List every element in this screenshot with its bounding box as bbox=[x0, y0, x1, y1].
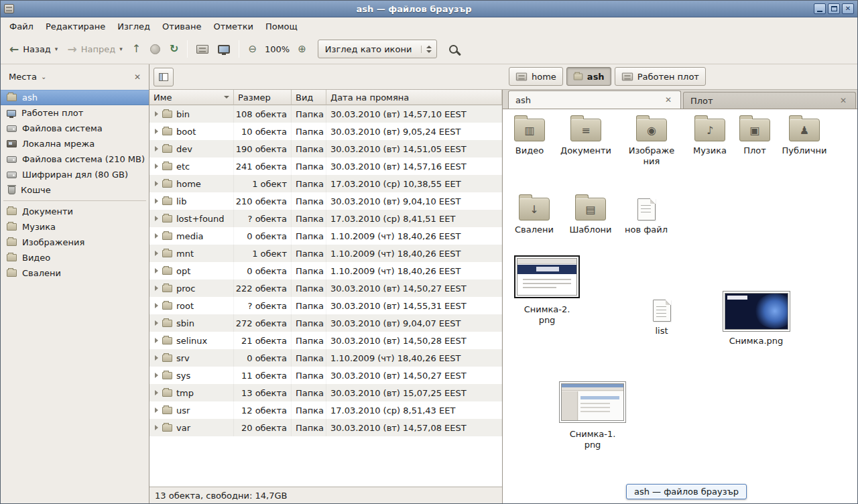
sidebar-close-button[interactable]: ✕ bbox=[131, 71, 144, 83]
expander-icon[interactable] bbox=[155, 320, 158, 326]
expander-icon[interactable] bbox=[155, 181, 158, 186]
sidebar-item-music[interactable]: Музика bbox=[1, 219, 149, 235]
table-row[interactable]: boot 10 обекта Папка 30.03.2010 (вт) 9,0… bbox=[149, 123, 502, 140]
breadcrumb-home[interactable]: home bbox=[509, 67, 563, 86]
back-history-dropdown-icon[interactable]: ▾ bbox=[55, 46, 58, 52]
table-row[interactable]: usr 12 обекта Папка 17.03.2010 (ср) 8,51… bbox=[149, 401, 502, 419]
column-header-name[interactable]: Име bbox=[149, 90, 234, 105]
menu-help[interactable]: Помощ bbox=[259, 19, 304, 34]
pane-toggle-button[interactable] bbox=[154, 68, 174, 86]
expander-icon[interactable] bbox=[155, 251, 158, 256]
expander-icon[interactable] bbox=[155, 407, 158, 413]
tab-ash[interactable]: ash ✕ bbox=[508, 90, 681, 109]
location-bar: home ash Работен плот bbox=[149, 64, 857, 89]
close-button[interactable]: ✕ bbox=[842, 3, 854, 14]
column-header-date[interactable]: Дата на промяна bbox=[326, 90, 502, 105]
expander-icon[interactable] bbox=[155, 268, 158, 273]
titlebar[interactable]: ash — файлов браузър ✕ bbox=[1, 1, 857, 17]
expander-icon[interactable] bbox=[155, 146, 158, 151]
sidebar-item-ash[interactable]: ash bbox=[1, 90, 149, 105]
table-row[interactable]: mnt 1 обект Папка 1.10.2009 (чт) 18,40,2… bbox=[149, 245, 502, 262]
icon-view[interactable]: ▥ Видео ≡ Документи ◉ Изображения ♪ bbox=[503, 109, 857, 503]
search-button[interactable] bbox=[445, 41, 462, 58]
sidebar-item-pictures[interactable]: Изображения bbox=[1, 235, 149, 250]
icon-item-snimka[interactable]: Снимка.png bbox=[717, 291, 795, 346]
icon-item-new-file[interactable]: нов файл bbox=[616, 198, 676, 235]
back-button[interactable]: ← Назад ▾ bbox=[5, 38, 62, 60]
sidebar-item-documents[interactable]: Документи bbox=[1, 204, 149, 219]
expander-icon[interactable] bbox=[155, 233, 158, 239]
table-row[interactable]: var 20 обекта Папка 30.03.2010 (вт) 14,5… bbox=[149, 419, 502, 436]
table-row[interactable]: media 0 обекта Папка 1.10.2009 (чт) 18,4… bbox=[149, 227, 502, 245]
table-row[interactable]: dev 190 обекта Папка 30.03.2010 (вт) 14,… bbox=[149, 140, 502, 158]
expander-icon[interactable] bbox=[155, 338, 158, 343]
expander-icon[interactable] bbox=[155, 129, 158, 134]
sidebar-item-desktop[interactable]: Работен плот bbox=[1, 105, 149, 121]
sidebar-item-filesystem[interactable]: Файлова система bbox=[1, 121, 149, 136]
icon-item-video[interactable]: ▥ Видео bbox=[503, 119, 560, 156]
icon-item-snimka-2[interactable]: Снимка-2.png bbox=[512, 255, 582, 325]
icon-item-list[interactable]: list bbox=[631, 300, 692, 336]
up-button[interactable]: ↑ bbox=[127, 38, 145, 60]
expander-icon[interactable] bbox=[155, 286, 158, 291]
icon-item-snimka-1[interactable]: Снимка-1.png bbox=[554, 381, 631, 450]
expander-icon[interactable] bbox=[155, 373, 158, 378]
table-row[interactable]: sys 11 обекта Папка 30.03.2010 (вт) 14,5… bbox=[149, 367, 502, 384]
minimize-button[interactable] bbox=[814, 3, 826, 14]
forward-button[interactable]: → Напред ▾ bbox=[62, 38, 127, 60]
home-button[interactable] bbox=[192, 38, 213, 60]
table-row[interactable]: selinux 21 обекта Папка 30.03.2010 (вт) … bbox=[149, 332, 502, 349]
menu-bookmarks[interactable]: Отметки bbox=[207, 19, 259, 34]
stop-button[interactable] bbox=[145, 38, 165, 60]
sidebar-item-local-network[interactable]: Локална мрежа bbox=[1, 136, 149, 151]
sidebar-mode-select[interactable]: Места ⌄ bbox=[5, 70, 50, 84]
icon-item-pictures[interactable]: ◉ Изображения bbox=[621, 119, 682, 166]
icon-item-downloads[interactable]: ↓ Свалени bbox=[504, 198, 564, 235]
breadcrumb-desktop[interactable]: Работен плот bbox=[615, 67, 706, 86]
icon-item-public[interactable]: ♟ Публични bbox=[774, 119, 835, 156]
sidebar-item-downloads[interactable]: Свалени bbox=[1, 265, 149, 281]
expander-icon[interactable] bbox=[155, 355, 158, 361]
table-row[interactable]: home 1 обект Папка 17.03.2010 (ср) 10,38… bbox=[149, 175, 502, 192]
computer-button[interactable] bbox=[213, 38, 235, 60]
tab-close-icon[interactable]: ✕ bbox=[663, 95, 674, 105]
expander-icon[interactable] bbox=[155, 164, 158, 169]
sidebar-item-video[interactable]: Видео bbox=[1, 250, 149, 265]
table-row[interactable]: lost+found ? обекта Папка 17.03.2010 (ср… bbox=[149, 210, 502, 227]
menu-view[interactable]: Изглед bbox=[111, 19, 156, 34]
table-row[interactable]: proc 222 обекта Папка 30.03.2010 (вт) 14… bbox=[149, 279, 502, 297]
table-row[interactable]: bin 108 обекта Папка 30.03.2010 (вт) 14,… bbox=[149, 105, 502, 123]
table-row[interactable]: sbin 272 обекта Папка 30.03.2010 (вт) 9,… bbox=[149, 314, 502, 332]
table-row[interactable]: tmp 13 обекта Папка 30.03.2010 (вт) 15,0… bbox=[149, 384, 502, 401]
table-row[interactable]: etc 241 обекта Папка 30.03.2010 (вт) 14,… bbox=[149, 158, 502, 175]
zoom-in-button[interactable]: ⊕ bbox=[293, 38, 311, 60]
icon-item-templates[interactable]: ▤ Шаблони bbox=[560, 198, 621, 235]
menu-file[interactable]: Файл bbox=[3, 19, 40, 34]
expander-icon[interactable] bbox=[155, 390, 158, 395]
reload-button[interactable]: ↻ bbox=[165, 38, 183, 60]
menu-edit[interactable]: Редактиране bbox=[40, 19, 111, 34]
sidebar-item-filesystem-210mb[interactable]: Файлова система (210 MB) bbox=[1, 151, 149, 167]
sidebar-item-trash[interactable]: Кошче bbox=[1, 182, 149, 198]
table-row[interactable]: root ? обекта Папка 30.03.2010 (вт) 14,5… bbox=[149, 297, 502, 314]
home-folder-icon bbox=[516, 72, 527, 80]
view-mode-select[interactable]: Изглед като икони bbox=[318, 40, 438, 58]
icon-item-documents[interactable]: ≡ Документи bbox=[556, 119, 616, 156]
tab-plot[interactable]: Плот ✕ bbox=[683, 92, 856, 109]
table-row[interactable]: lib 210 обекта Папка 30.03.2010 (вт) 9,0… bbox=[149, 192, 502, 210]
expander-icon[interactable] bbox=[155, 198, 158, 204]
sidebar-item-encrypted-80gb[interactable]: Шифриран дял (80 GB) bbox=[1, 167, 149, 182]
expander-icon[interactable] bbox=[155, 425, 158, 430]
tab-close-icon[interactable]: ✕ bbox=[838, 96, 849, 105]
expander-icon[interactable] bbox=[155, 111, 158, 117]
expander-icon[interactable] bbox=[155, 216, 158, 221]
table-row[interactable]: srv 0 обекта Папка 1.10.2009 (чт) 18,40,… bbox=[149, 349, 502, 367]
maximize-button[interactable] bbox=[828, 3, 840, 14]
column-header-type[interactable]: Вид bbox=[292, 90, 326, 105]
expander-icon[interactable] bbox=[155, 303, 158, 308]
menu-go[interactable]: Отиване bbox=[156, 19, 207, 34]
table-row[interactable]: opt 0 обекта Папка 1.10.2009 (чт) 18,40,… bbox=[149, 262, 502, 279]
column-header-size[interactable]: Размер bbox=[234, 90, 292, 105]
zoom-out-button[interactable]: ⊖ bbox=[243, 38, 261, 60]
breadcrumb-ash[interactable]: ash bbox=[566, 67, 611, 86]
